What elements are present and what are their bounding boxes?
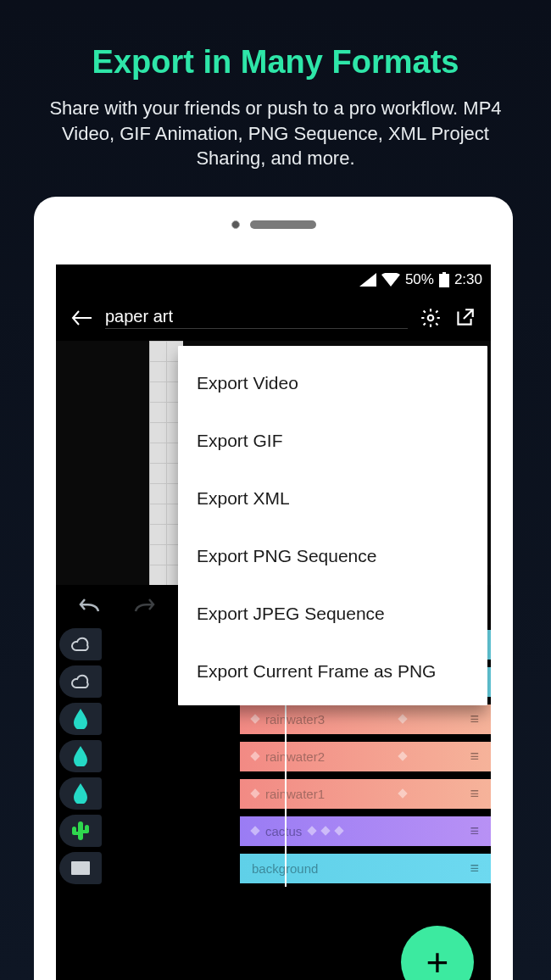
wifi-icon [381, 273, 400, 287]
layer-clip[interactable]: cactus [240, 816, 491, 846]
tablet-frame: 50% 2:30 paper art cloud2cloud1rainwater… [34, 197, 513, 980]
keyframe-icon[interactable] [250, 714, 259, 723]
export-menu-item[interactable]: Export XML [178, 470, 487, 527]
svg-rect-0 [442, 272, 446, 274]
gear-icon[interactable] [420, 307, 442, 329]
svg-point-2 [428, 315, 434, 321]
export-menu-item[interactable]: Export JPEG Sequence [178, 585, 487, 643]
cloud-icon[interactable] [59, 628, 102, 660]
keyframe-icon[interactable] [250, 788, 259, 798]
keyframe-icon[interactable] [335, 826, 344, 835]
redo-icon[interactable] [132, 597, 156, 614]
app-screen: 50% 2:30 paper art cloud2cloud1rainwater… [56, 264, 491, 980]
layer-label: cactus [265, 824, 302, 838]
svg-rect-6 [74, 832, 80, 835]
keyframe-icon[interactable] [250, 751, 259, 760]
keyframe-icon[interactable] [308, 826, 317, 835]
keyframe-icon[interactable] [398, 788, 407, 798]
layer-label: rainwater2 [265, 749, 325, 764]
layer-row[interactable]: rainwater3 [56, 700, 491, 738]
speaker-slot [250, 220, 316, 229]
export-menu-item[interactable]: Export Video [178, 354, 487, 412]
layer-clip[interactable]: rainwater1 [240, 779, 491, 809]
layer-row[interactable]: rainwater2 [56, 738, 491, 775]
cloud-icon[interactable] [59, 665, 102, 698]
export-menu-item[interactable]: Export GIF [178, 412, 487, 470]
battery-icon [439, 272, 449, 287]
status-clock: 2:30 [454, 271, 482, 288]
layer-label: rainwater1 [265, 787, 325, 801]
cactus-icon[interactable] [59, 815, 102, 847]
layer-row[interactable]: cactus [56, 812, 491, 849]
marketing-title: Export in Many Formats [0, 0, 551, 81]
keyframe-icon[interactable] [398, 714, 407, 723]
layer-row[interactable]: rainwater1 [56, 775, 491, 812]
export-menu-item[interactable]: Export Current Frame as PNG [178, 643, 487, 700]
add-fab[interactable]: + [401, 926, 474, 980]
drop-icon[interactable] [59, 740, 102, 772]
undo-icon[interactable] [78, 597, 102, 614]
drop-icon[interactable] [59, 777, 102, 810]
layer-clip[interactable]: rainwater3 [240, 704, 491, 734]
keyframe-icon[interactable] [250, 826, 259, 835]
export-menu-item[interactable]: Export PNG Sequence [178, 527, 487, 585]
svg-rect-1 [439, 274, 449, 287]
svg-rect-7 [81, 830, 87, 833]
cellular-icon [359, 273, 376, 287]
layer-clip[interactable]: rainwater2 [240, 742, 491, 771]
tablet-bezel [34, 197, 513, 253]
marketing-subtitle: Share with your friends or push to a pro… [0, 81, 551, 171]
back-arrow-icon[interactable] [71, 309, 93, 326]
camera-dot [231, 220, 240, 229]
share-icon[interactable] [454, 307, 476, 329]
app-header: paper art [56, 295, 491, 341]
layer-label: rainwater3 [265, 712, 325, 727]
keyframe-icon[interactable] [398, 751, 407, 760]
layer-clip[interactable]: background [240, 854, 491, 883]
drop-icon[interactable] [59, 703, 102, 735]
android-status-bar: 50% 2:30 [56, 264, 491, 295]
rect-icon[interactable] [59, 852, 102, 884]
battery-percent: 50% [405, 271, 434, 288]
svg-rect-8 [71, 861, 90, 875]
project-title[interactable]: paper art [105, 307, 408, 329]
keyframe-icon[interactable] [321, 826, 331, 835]
export-menu: Export VideoExport GIFExport XMLExport P… [178, 346, 487, 705]
layer-row[interactable]: background [56, 849, 491, 887]
